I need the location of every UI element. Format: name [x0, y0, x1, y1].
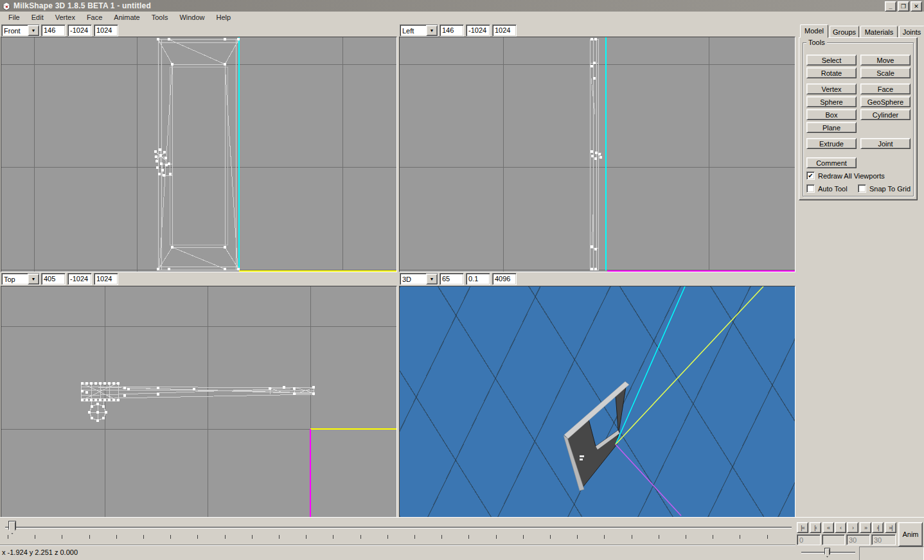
- vertex-handle[interactable]: [237, 38, 240, 40]
- checkbox-box[interactable]: [806, 184, 815, 193]
- vertex-handle[interactable]: [171, 63, 173, 66]
- timeline-track[interactable]: [5, 527, 792, 528]
- vertex-handle[interactable]: [85, 391, 88, 394]
- menu-edit[interactable]: Edit: [26, 12, 49, 22]
- vertex-handle[interactable]: [591, 268, 593, 270]
- vertex-handle[interactable]: [90, 399, 93, 401]
- tab-joints[interactable]: Joints: [899, 26, 924, 37]
- left-zoom-field[interactable]: 146: [440, 24, 464, 37]
- vertex-handle[interactable]: [123, 387, 126, 389]
- fast-rewind-button[interactable]: «: [822, 522, 834, 533]
- vertex-handle[interactable]: [158, 173, 161, 175]
- vertex-handle[interactable]: [224, 63, 226, 66]
- vertex-handle[interactable]: [169, 173, 172, 175]
- chevron-down-icon[interactable]: ▼: [28, 274, 39, 284]
- vertex-handle[interactable]: [312, 392, 315, 395]
- vertex-handle[interactable]: [96, 411, 99, 414]
- vertex-handle[interactable]: [159, 154, 162, 157]
- front-zoom-field[interactable]: 146: [41, 24, 66, 37]
- front-min-field[interactable]: -1024: [67, 24, 92, 37]
- menu-help[interactable]: Help: [211, 12, 237, 22]
- vertex-handle[interactable]: [163, 174, 165, 177]
- vertex-handle[interactable]: [293, 387, 296, 390]
- vertex-handle[interactable]: [99, 399, 102, 401]
- vertex-handle[interactable]: [91, 417, 93, 419]
- sphere-button[interactable]: Sphere: [806, 96, 857, 107]
- vertex-handle[interactable]: [103, 399, 106, 401]
- vertex-handle[interactable]: [96, 403, 99, 405]
- rotate-button[interactable]: Rotate: [806, 67, 857, 78]
- vertex-handle[interactable]: [99, 382, 102, 385]
- vertex-handle[interactable]: [155, 160, 158, 162]
- viewport-front[interactable]: [1, 37, 397, 272]
- vertex-handle[interactable]: [94, 382, 97, 385]
- tab-groups[interactable]: Groups: [830, 26, 859, 37]
- vertex-handle[interactable]: [591, 245, 593, 248]
- vertex-handle[interactable]: [293, 392, 296, 395]
- vertex-handle[interactable]: [168, 268, 170, 270]
- joint-button[interactable]: Joint: [860, 138, 911, 149]
- viewport-left[interactable]: [399, 37, 795, 272]
- vertex-handle[interactable]: [105, 411, 107, 414]
- vertex-handle[interactable]: [154, 150, 157, 153]
- menu-face[interactable]: Face: [81, 12, 108, 22]
- vertex-handle[interactable]: [91, 405, 93, 408]
- vertex-handle[interactable]: [155, 155, 157, 158]
- vertex-handle[interactable]: [96, 419, 99, 422]
- vertex-button[interactable]: Vertex: [806, 83, 857, 94]
- vertex-handle[interactable]: [117, 399, 120, 401]
- vertex-handle[interactable]: [157, 38, 159, 40]
- menu-vertex[interactable]: Vertex: [49, 12, 81, 22]
- restore-button[interactable]: ❐: [898, 1, 909, 12]
- vertex-handle[interactable]: [103, 382, 106, 385]
- vertex-handle[interactable]: [594, 157, 597, 160]
- vertex-handle[interactable]: [237, 268, 240, 270]
- end-frame-field[interactable]: 30: [871, 534, 896, 545]
- vertex-handle[interactable]: [102, 417, 105, 419]
- current-frame-field[interactable]: 0: [797, 534, 821, 545]
- viewport-3d[interactable]: [399, 286, 795, 518]
- vertex-handle[interactable]: [312, 386, 315, 389]
- front-max-field[interactable]: 1024: [94, 24, 118, 37]
- menu-window[interactable]: Window: [173, 12, 210, 22]
- vertex-handle[interactable]: [224, 268, 226, 270]
- comment-button[interactable]: Comment: [806, 157, 857, 168]
- top-max-field[interactable]: 1024: [94, 273, 118, 285]
- vertex-handle[interactable]: [168, 38, 170, 40]
- chevron-down-icon[interactable]: ▼: [426, 274, 438, 284]
- vertex-handle[interactable]: [102, 405, 105, 408]
- vertex-handle[interactable]: [598, 153, 601, 155]
- select-button[interactable]: Select: [806, 55, 857, 66]
- vertex-handle[interactable]: [112, 399, 115, 401]
- vertex-handle[interactable]: [81, 382, 84, 385]
- persp-near-field[interactable]: 0.1: [466, 273, 490, 285]
- vertex-handle[interactable]: [117, 382, 120, 385]
- menu-animate[interactable]: Animate: [108, 12, 145, 22]
- face-button[interactable]: Face: [860, 83, 911, 94]
- vertex-handle[interactable]: [157, 393, 159, 396]
- auto-tool-checkbox[interactable]: Auto Tool: [806, 184, 848, 193]
- vertex-handle[interactable]: [591, 150, 593, 153]
- go-to-end-button[interactable]: »|: [885, 522, 896, 533]
- vertex-handle[interactable]: [595, 152, 598, 154]
- vertex-handle[interactable]: [108, 399, 111, 401]
- left-max-field[interactable]: 1024: [492, 24, 517, 37]
- front-view-mode-select[interactable]: Front ▼: [1, 24, 40, 37]
- persp-fov-field[interactable]: 65: [440, 273, 464, 285]
- cylinder-button[interactable]: Cylinder: [860, 109, 911, 120]
- vertex-handle[interactable]: [157, 268, 159, 270]
- left-min-field[interactable]: -1024: [466, 24, 490, 37]
- vertex-handle[interactable]: [594, 248, 597, 250]
- vertex-handle[interactable]: [594, 38, 597, 40]
- checkbox-box[interactable]: [858, 184, 866, 193]
- vertex-handle[interactable]: [168, 162, 170, 165]
- scale-button[interactable]: Scale: [860, 67, 911, 78]
- minimize-button[interactable]: _: [885, 1, 896, 12]
- speed-slider-thumb[interactable]: [824, 548, 830, 557]
- vertex-handle[interactable]: [85, 382, 88, 385]
- vertex-handle[interactable]: [171, 246, 173, 249]
- vertex-handle[interactable]: [224, 38, 226, 40]
- close-button[interactable]: ✕: [911, 1, 922, 12]
- fast-forward-button[interactable]: »: [860, 522, 871, 533]
- go-to-start-button[interactable]: |«: [797, 522, 808, 533]
